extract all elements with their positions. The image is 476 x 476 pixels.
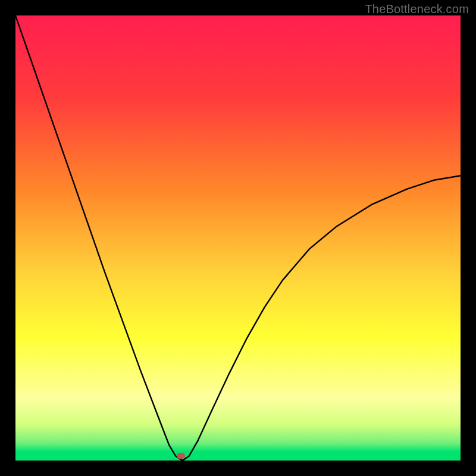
chart-stage: TheBottleneck.com [0,0,476,476]
watermark-text: TheBottleneck.com [365,2,469,16]
curve-line [15,15,461,461]
optimal-point-marker [177,453,185,459]
plot-area [15,15,461,461]
